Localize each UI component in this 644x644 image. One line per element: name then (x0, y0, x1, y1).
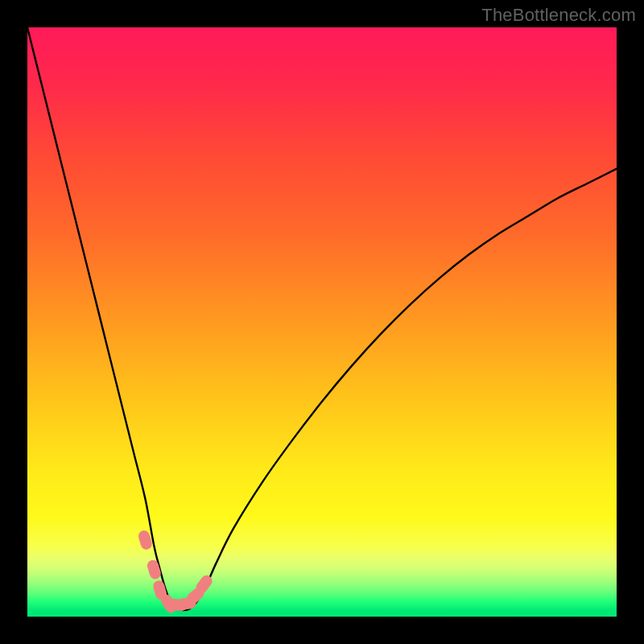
plot-area (27, 27, 617, 617)
chart-frame: TheBottleneck.com (0, 0, 644, 644)
curve-layer (27, 27, 617, 617)
curve-markers (137, 529, 214, 614)
bottleneck-curve (27, 27, 617, 610)
curve-marker (146, 559, 162, 580)
watermark-text: TheBottleneck.com (481, 5, 636, 26)
